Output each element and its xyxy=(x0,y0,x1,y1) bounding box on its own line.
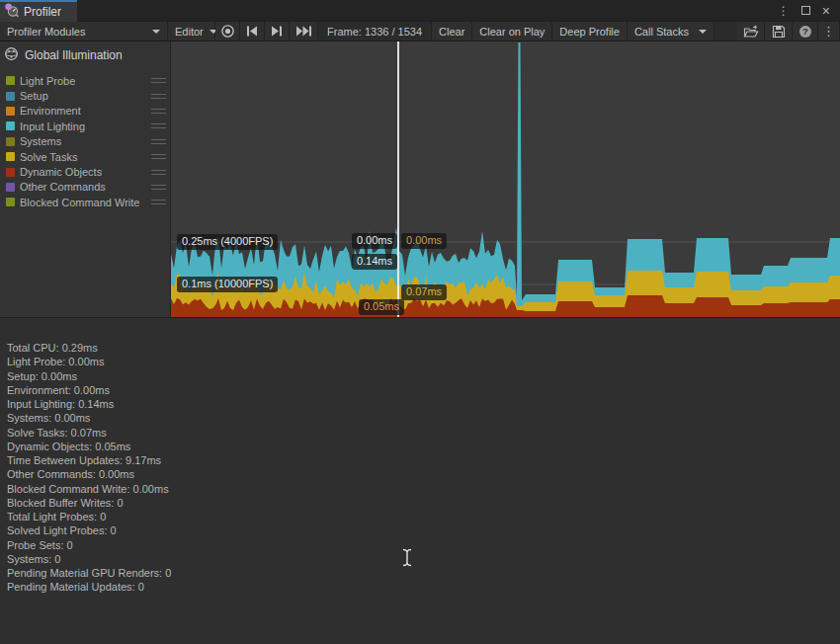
floppy-save-icon xyxy=(772,25,786,39)
legend-item-label: Input Lighting xyxy=(20,121,85,132)
stat-line: Time Between Updates: 9.17ms xyxy=(7,453,840,467)
drag-handle-icon[interactable] xyxy=(151,94,166,99)
legend-item-blocked-command-write[interactable]: Blocked Command Write xyxy=(0,195,170,209)
legend-item-label: Solve Tasks xyxy=(20,151,78,163)
close-icon[interactable]: × xyxy=(822,4,830,18)
legend-color-chip xyxy=(6,121,15,130)
legend-item-light-probe[interactable]: Light Probe xyxy=(0,73,170,88)
legend-item-label: Blocked Command Write xyxy=(20,197,139,208)
legend-item-setup[interactable]: Setup xyxy=(0,88,170,103)
current-frame-button[interactable] xyxy=(290,22,318,40)
current-frame-icon xyxy=(295,26,312,37)
help-icon: ? xyxy=(798,25,812,39)
legend-color-chip xyxy=(6,183,15,192)
stat-line: Input Lighting: 0.14ms xyxy=(7,397,840,411)
toolbar-spacer xyxy=(714,22,737,40)
tab-title: Profiler xyxy=(24,5,61,19)
next-frame-button[interactable] xyxy=(265,22,290,40)
window-menu-icon[interactable]: ⋮ xyxy=(778,5,790,17)
stat-line: Light Probe: 0.00ms xyxy=(7,355,840,368)
load-profile-button[interactable] xyxy=(737,22,765,40)
module-header-global-illumination[interactable]: Global Illumination xyxy=(0,41,170,68)
drag-handle-icon[interactable] xyxy=(151,123,166,128)
record-icon xyxy=(220,24,235,39)
prev-frame-button[interactable] xyxy=(240,22,265,40)
stat-line: Solved Light Probes: 0 xyxy=(7,523,840,537)
legend-item-systems[interactable]: Systems xyxy=(0,134,170,149)
toolbar-menu-button[interactable]: ⋮ xyxy=(818,22,840,40)
legend-item-solve-tasks[interactable]: Solve Tasks xyxy=(0,149,170,164)
module-legend: Light ProbeSetupEnvironmentInput Lightin… xyxy=(0,73,170,210)
clear-on-play-button[interactable]: Clear on Play xyxy=(472,22,552,40)
global-illumination-icon xyxy=(4,46,19,64)
stat-line: Blocked Buffer Writes: 0 xyxy=(7,496,840,510)
modules-sidebar: Global Illumination Light ProbeSetupEnvi… xyxy=(0,41,171,317)
kebab-menu-icon: ⋮ xyxy=(822,24,835,39)
editor-target-dropdown[interactable]: Editor xyxy=(168,22,215,40)
stat-line: Dynamic Objects: 0.05ms xyxy=(7,440,840,453)
selected-frame-line xyxy=(397,41,399,317)
titlebar: Profiler ⋮ × xyxy=(0,0,840,22)
legend-color-chip xyxy=(6,198,15,206)
drag-handle-icon[interactable] xyxy=(151,78,166,83)
legend-color-chip xyxy=(6,168,15,177)
maximize-icon[interactable] xyxy=(801,6,810,15)
drag-handle-icon[interactable] xyxy=(151,200,166,204)
stat-line: Blocked Command Write: 0.00ms xyxy=(7,482,840,496)
profiler-modules-dropdown[interactable]: Profiler Modules xyxy=(0,22,168,40)
legend-color-chip xyxy=(6,107,15,116)
legend-item-environment[interactable]: Environment xyxy=(0,104,170,119)
clear-button[interactable]: Clear xyxy=(432,22,472,40)
legend-color-chip xyxy=(6,92,15,101)
stat-line: Other Commands: 0.00ms xyxy=(7,467,840,481)
drag-handle-icon[interactable] xyxy=(151,170,166,175)
legend-color-chip xyxy=(6,137,15,146)
drag-handle-icon[interactable] xyxy=(151,109,166,114)
stacked-area-chart[interactable] xyxy=(171,41,840,317)
legend-item-dynamic-objects[interactable]: Dynamic Objects xyxy=(0,164,170,179)
stat-line: Total CPU: 0.29ms xyxy=(7,341,840,355)
text-cursor-icon xyxy=(401,548,413,567)
legend-item-label: Light Probe xyxy=(20,75,75,87)
save-profile-button[interactable] xyxy=(765,22,793,40)
stat-line: Probe Sets: 0 xyxy=(7,538,840,552)
frame-stats: Total CPU: 0.29msLight Probe: 0.00msSetu… xyxy=(0,318,840,595)
legend-color-chip xyxy=(6,76,15,85)
drag-handle-icon[interactable] xyxy=(151,185,166,190)
legend-item-other-commands[interactable]: Other Commands xyxy=(0,180,170,195)
legend-item-label: Systems xyxy=(20,135,61,147)
deep-profile-button[interactable]: Deep Profile xyxy=(552,22,628,40)
profiler-chart-area[interactable]: 0.25ms (4000FPS)0.1ms (10000FPS)0.00ms0.… xyxy=(171,41,840,317)
call-stacks-dropdown[interactable]: Call Stacks xyxy=(628,22,714,40)
stat-line: Systems: 0 xyxy=(7,552,840,566)
module-title: Global Illumination xyxy=(25,48,123,62)
stat-line: Setup: 0.00ms xyxy=(7,369,840,383)
window-controls: ⋮ × xyxy=(778,0,840,21)
stat-line: Pending Material GPU Renders: 0 xyxy=(7,566,840,580)
editor-label: Editor xyxy=(175,26,204,38)
chevron-down-icon xyxy=(699,30,707,34)
profiler-gauge-icon xyxy=(4,3,20,21)
details-panel: Total CPU: 0.29msLight Probe: 0.00msSetu… xyxy=(0,317,840,644)
record-button[interactable] xyxy=(215,22,240,40)
legend-item-label: Environment xyxy=(20,105,81,117)
prev-frame-icon xyxy=(246,26,258,37)
folder-open-icon xyxy=(743,25,759,39)
call-stacks-label: Call Stacks xyxy=(634,26,689,38)
next-frame-icon xyxy=(271,26,283,37)
stat-line: Systems: 0.00ms xyxy=(7,411,840,425)
legend-color-chip xyxy=(6,152,15,161)
chevron-down-icon xyxy=(152,30,160,34)
stat-line: Total Light Probes: 0 xyxy=(7,510,840,523)
legend-item-label: Other Commands xyxy=(20,181,106,193)
stat-line: Solve Tasks: 0.07ms xyxy=(7,426,840,440)
frame-counter: Frame: 1336 / 1534 xyxy=(318,22,432,40)
help-button[interactable]: ? xyxy=(793,22,818,40)
profiler-toolbar: Profiler Modules Editor xyxy=(0,22,840,41)
stat-line: Pending Material Updates: 0 xyxy=(7,580,840,594)
profiler-window: Profiler ⋮ × Profiler Modules Editor xyxy=(0,0,840,644)
tab-profiler[interactable]: Profiler xyxy=(0,0,77,22)
legend-item-input-lighting[interactable]: Input Lighting xyxy=(0,119,170,133)
drag-handle-icon[interactable] xyxy=(151,154,166,159)
drag-handle-icon[interactable] xyxy=(151,139,166,144)
